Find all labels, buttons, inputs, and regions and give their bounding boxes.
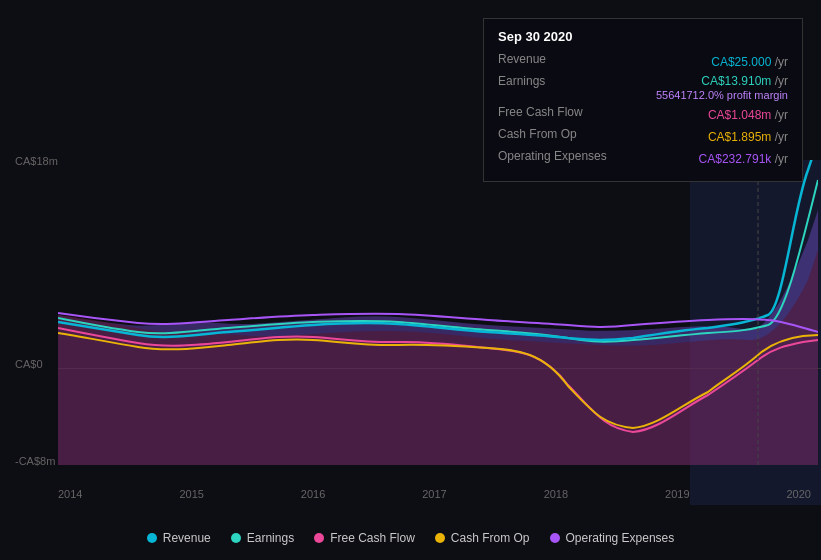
legend-dot-cashfromop <box>435 533 445 543</box>
legend-label-opex: Operating Expenses <box>566 531 675 545</box>
x-label-2019: 2019 <box>665 488 689 500</box>
y-label-neg: -CA$8m <box>15 455 55 467</box>
legend-dot-earnings <box>231 533 241 543</box>
tooltip-row-revenue: Revenue CA$25.000 /yr <box>498 52 788 70</box>
tooltip-date: Sep 30 2020 <box>498 29 788 44</box>
tooltip-row-fcf: Free Cash Flow CA$1.048m /yr <box>498 105 788 123</box>
tooltip-value-fcf: CA$1.048m /yr <box>708 108 788 122</box>
tooltip-row-cashfromop: Cash From Op CA$1.895m /yr <box>498 127 788 145</box>
x-label-2018: 2018 <box>544 488 568 500</box>
legend-dot-fcf <box>314 533 324 543</box>
chart-svg <box>58 160 818 465</box>
x-label-2015: 2015 <box>179 488 203 500</box>
x-label-2020: 2020 <box>786 488 810 500</box>
tooltip-value-earnings: CA$13.910m /yr <box>656 74 788 88</box>
tooltip-value-opex: CA$232.791k /yr <box>699 152 788 166</box>
tooltip-label-revenue: Revenue <box>498 52 628 66</box>
legend-item-earnings[interactable]: Earnings <box>231 531 294 545</box>
tooltip-label-opex: Operating Expenses <box>498 149 628 163</box>
legend-label-revenue: Revenue <box>163 531 211 545</box>
tooltip-box: Sep 30 2020 Revenue CA$25.000 /yr Earnin… <box>483 18 803 182</box>
legend-label-fcf: Free Cash Flow <box>330 531 415 545</box>
y-label-zero: CA$0 <box>15 358 43 370</box>
legend-label-earnings: Earnings <box>247 531 294 545</box>
y-label-top: CA$18m <box>15 155 58 167</box>
chart-area: CA$18m CA$0 -CA$8m 2014 2015 2016 2017 <box>0 0 821 560</box>
x-label-2017: 2017 <box>422 488 446 500</box>
tooltip-value-cashfromop: CA$1.895m /yr <box>708 130 788 144</box>
tooltip-sub-earnings: 55641712.0% profit margin <box>656 89 788 101</box>
legend-dot-opex <box>550 533 560 543</box>
legend: Revenue Earnings Free Cash Flow Cash Fro… <box>0 531 821 545</box>
legend-item-fcf[interactable]: Free Cash Flow <box>314 531 415 545</box>
tooltip-value-revenue: CA$25.000 /yr <box>711 55 788 69</box>
tooltip-label-fcf: Free Cash Flow <box>498 105 628 119</box>
legend-dot-revenue <box>147 533 157 543</box>
legend-item-opex[interactable]: Operating Expenses <box>550 531 675 545</box>
tooltip-label-cashfromop: Cash From Op <box>498 127 628 141</box>
x-label-2014: 2014 <box>58 488 82 500</box>
tooltip-row-earnings: Earnings CA$13.910m /yr 55641712.0% prof… <box>498 74 788 101</box>
legend-label-cashfromop: Cash From Op <box>451 531 530 545</box>
x-label-2016: 2016 <box>301 488 325 500</box>
legend-item-cashfromop[interactable]: Cash From Op <box>435 531 530 545</box>
tooltip-row-opex: Operating Expenses CA$232.791k /yr <box>498 149 788 167</box>
legend-item-revenue[interactable]: Revenue <box>147 531 211 545</box>
tooltip-label-earnings: Earnings <box>498 74 628 88</box>
x-labels: 2014 2015 2016 2017 2018 2019 2020 <box>58 488 811 500</box>
